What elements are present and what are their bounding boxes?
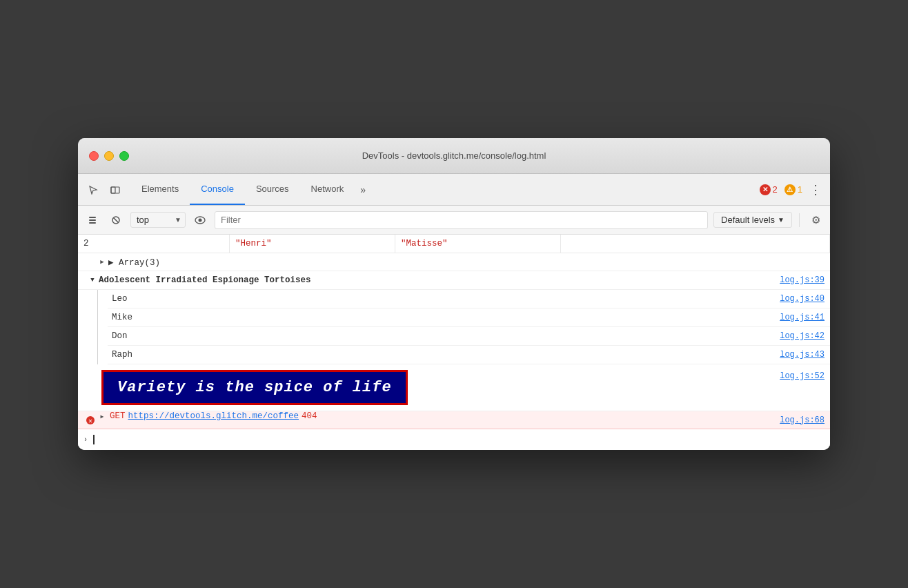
window-title: DevTools - devtools.glitch.me/console/lo… [362, 150, 546, 161]
list-item: Don log.js:42 [108, 327, 830, 346]
group-expand-icon[interactable]: ▼ [88, 275, 97, 285]
default-levels-button[interactable]: Default levels ▼ [713, 212, 792, 228]
styled-message-content: Variety is the spice of life [97, 364, 774, 411]
svg-point-8 [199, 218, 202, 222]
group-children-container: Leo log.js:40 Mike log.js:41 Don log.js:… [78, 290, 830, 364]
chevron-down-icon: ▼ [778, 216, 784, 224]
console-cursor [93, 435, 95, 444]
warning-triangle-icon: ⚠ [784, 184, 796, 195]
error-circle-icon: ✕ [83, 411, 97, 429]
table-row: 2 "Henri" "Matisse" [78, 235, 830, 253]
child-source-1[interactable]: log.js:41 [774, 311, 830, 324]
svg-rect-2 [89, 217, 96, 218]
prompt-chevron-icon: › [78, 436, 93, 444]
context-selector[interactable]: top ▼ [130, 212, 186, 228]
styled-message-source[interactable]: log.js:52 [774, 364, 830, 383]
error-get-label: GET [107, 411, 128, 429]
svg-text:✕: ✕ [88, 418, 92, 425]
dock-icon[interactable] [106, 180, 125, 199]
styled-text: Variety is the spice of life [117, 379, 392, 396]
table-cell-index: 2 [78, 235, 230, 253]
child-label-2: Don [108, 329, 774, 343]
error-badge: ✕ 2 ⚠ 1 [760, 184, 802, 195]
console-area: 2 "Henri" "Matisse" ▶ ▶ Array(3) ▼ Adole… [78, 235, 830, 450]
title-bar: DevTools - devtools.glitch.me/console/lo… [78, 138, 830, 174]
child-source-3[interactable]: log.js:43 [774, 348, 830, 362]
indent-line [97, 290, 98, 364]
list-item: Raph log.js:43 [108, 346, 830, 364]
child-source-2[interactable]: log.js:42 [774, 329, 830, 343]
svg-rect-3 [89, 219, 96, 221]
table-cell-empty [561, 235, 830, 253]
tab-network[interactable]: Network [300, 174, 355, 205]
block-icon[interactable] [107, 211, 125, 229]
console-input-row[interactable]: › [78, 429, 830, 450]
error-circle-icon: ✕ [760, 184, 771, 195]
group-header-label: Adolescent Irradiated Espionage Tortoise… [99, 275, 774, 285]
child-label-3: Raph [108, 348, 774, 362]
maximize-button[interactable] [119, 151, 129, 161]
context-select[interactable]: top [130, 212, 186, 228]
svg-line-6 [114, 217, 119, 222]
close-button[interactable] [89, 151, 99, 161]
warning-badge: ⚠ 1 [784, 184, 802, 195]
table-cell-firstname: "Henri" [230, 235, 395, 253]
error-row: ✕ ▶ GET https://devtools.glitch.me/coffe… [78, 411, 830, 429]
tabs: Elements Console Sources Network » [130, 174, 760, 205]
tab-console[interactable]: Console [190, 174, 245, 205]
clear-console-button[interactable] [83, 211, 101, 229]
error-source[interactable]: log.js:68 [774, 411, 830, 429]
array-label: ▶ Array(3) [108, 257, 160, 268]
group-header-source[interactable]: log.js:39 [774, 273, 830, 287]
divider [799, 213, 800, 227]
cursor-icon[interactable] [83, 180, 103, 199]
child-label-0: Leo [108, 292, 774, 306]
child-label-1: Mike [108, 311, 774, 324]
array-row[interactable]: ▶ ▶ Array(3) [78, 253, 830, 271]
styled-message-row: Variety is the spice of life log.js:52 [78, 364, 830, 411]
child-source-0[interactable]: log.js:40 [774, 292, 830, 306]
tab-group-left [83, 174, 125, 205]
minimize-button[interactable] [104, 151, 114, 161]
tab-elements[interactable]: Elements [130, 174, 190, 205]
error-status-code: 404 [299, 411, 320, 429]
expand-error-button[interactable]: ▶ [97, 411, 107, 421]
list-item: Leo log.js:40 [108, 290, 830, 308]
more-options-button[interactable]: ⋮ [807, 182, 825, 197]
traffic-lights [89, 151, 129, 161]
group-children: Leo log.js:40 Mike log.js:41 Don log.js:… [108, 290, 830, 364]
more-tabs-button[interactable]: » [355, 174, 371, 205]
svg-rect-4 [89, 222, 96, 224]
error-url-link[interactable]: https://devtools.glitch.me/coffee [128, 411, 299, 429]
error-count: ✕ 2 [760, 184, 778, 195]
devtools-window: DevTools - devtools.glitch.me/console/lo… [78, 138, 830, 450]
expand-icon[interactable]: ▶ [97, 257, 107, 267]
settings-gear-icon[interactable]: ⚙ [807, 211, 825, 229]
tabs-bar: Elements Console Sources Network » ✕ 2 [78, 174, 830, 206]
eye-icon[interactable] [191, 211, 209, 229]
console-toolbar: top ▼ Default levels ▼ ⚙ [78, 206, 830, 235]
styled-text-box: Variety is the spice of life [101, 370, 408, 405]
group-header[interactable]: ▼ Adolescent Irradiated Espionage Tortoi… [78, 271, 830, 290]
svg-rect-1 [111, 187, 115, 193]
filter-input[interactable] [215, 211, 708, 229]
list-item: Mike log.js:41 [108, 308, 830, 327]
tabs-bar-right: ✕ 2 ⚠ 1 ⋮ [760, 174, 825, 205]
tab-sources[interactable]: Sources [245, 174, 300, 205]
table-cell-lastname: "Matisse" [395, 235, 561, 253]
